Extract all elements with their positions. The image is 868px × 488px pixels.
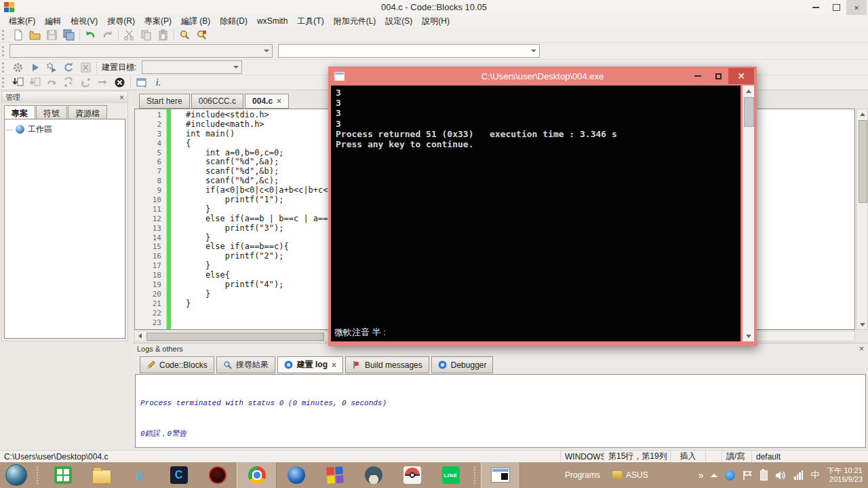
menu-edit[interactable]: 編輯 <box>40 15 66 28</box>
editor-tab-004c[interactable]: 004.c× <box>245 94 289 109</box>
paste-button[interactable] <box>155 28 172 42</box>
stop-debugger-button[interactable] <box>111 75 128 90</box>
asus-toolbar-label[interactable]: ASUS <box>626 470 648 480</box>
scroll-down-icon[interactable] <box>746 335 751 338</box>
menu-project[interactable]: 專案(P) <box>140 15 176 28</box>
code-completion-scope-combobox[interactable] <box>9 44 273 58</box>
logs-close-icon[interactable]: × <box>859 344 864 354</box>
action-center-flag-icon[interactable] <box>743 470 753 481</box>
log-tab-search-results[interactable]: 搜尋結果 <box>216 356 275 373</box>
scroll-down-icon[interactable] <box>860 323 865 326</box>
save-button[interactable] <box>43 28 60 42</box>
save-all-button[interactable] <box>60 28 77 42</box>
next-line-button[interactable] <box>43 75 60 90</box>
run-to-cursor-button[interactable] <box>26 75 43 90</box>
console-scroll-thumb[interactable] <box>744 97 754 127</box>
scroll-up-icon[interactable] <box>860 113 865 116</box>
workspace-tree-item[interactable]: --- 工作區 <box>6 124 123 135</box>
copy-button[interactable] <box>138 28 155 42</box>
menu-file[interactable]: 檔案(F) <box>4 15 40 28</box>
step-out-button[interactable] <box>77 75 94 90</box>
next-instruction-button[interactable] <box>94 75 111 90</box>
toolbar-grip[interactable] <box>2 46 6 56</box>
menu-wxsmith[interactable]: wxSmith <box>252 16 292 26</box>
battery-icon[interactable] <box>760 470 768 481</box>
editor-vertical-scrollbar[interactable] <box>856 109 868 330</box>
new-file-button[interactable] <box>9 28 26 42</box>
console-minimize-button[interactable] <box>688 68 708 84</box>
menu-search[interactable]: 搜尋(R) <box>102 15 140 28</box>
close-button[interactable]: × <box>846 0 867 15</box>
tray-expand-icon[interactable] <box>711 474 717 477</box>
code-completion-function-combobox[interactable] <box>278 44 540 58</box>
editor-tab-006ccc[interactable]: 006CCC.c <box>191 94 243 109</box>
toolbar-overflow-chevron[interactable]: » <box>698 470 704 481</box>
taskbar-active-window-button[interactable] <box>481 462 520 488</box>
taskbar-snorlax-button[interactable] <box>354 462 393 488</box>
open-file-button[interactable] <box>26 28 43 42</box>
taskbar-chrome-button[interactable] <box>237 462 277 488</box>
abort-build-button[interactable] <box>77 60 94 75</box>
tab-close-icon[interactable]: × <box>277 96 281 106</box>
console-output[interactable]: 3 3 3 3 Process returned 51 (0x33) execu… <box>331 86 741 341</box>
taskbar-pokeball-button[interactable] <box>393 462 431 488</box>
toolbar-grip[interactable] <box>2 62 6 73</box>
programs-toolbar-label[interactable]: Programs <box>565 470 600 480</box>
console-close-button[interactable]: ✕ <box>728 68 754 84</box>
hscroll-thumb[interactable] <box>146 333 324 341</box>
menu-help[interactable]: 說明(H) <box>417 15 454 28</box>
undo-button[interactable] <box>82 28 99 42</box>
log-tab-build-log[interactable]: 建置 log × <box>277 356 343 373</box>
console-scrollbar[interactable] <box>743 86 754 341</box>
cut-button[interactable] <box>121 28 138 42</box>
build-and-run-button[interactable] <box>43 60 60 75</box>
minimize-button[interactable] <box>806 0 826 15</box>
console-maximize-button[interactable] <box>708 68 728 84</box>
menu-debug[interactable]: 除錯(D) <box>215 15 252 28</box>
vscroll-thumb[interactable] <box>859 120 867 203</box>
console-titlebar[interactable]: C:\Users\user\Desktop\004.exe ✕ <box>328 67 757 86</box>
menu-settings[interactable]: 設定(S) <box>380 15 417 28</box>
log-tab-debugger[interactable]: Debugger <box>431 356 494 373</box>
management-close-icon[interactable]: × <box>119 93 124 102</box>
taskbar-red-app-button[interactable] <box>198 462 237 488</box>
taskbar-store-button[interactable] <box>43 462 82 488</box>
toolbar-grip[interactable] <box>2 30 6 40</box>
log-tab-build-messages[interactable]: Build messages <box>345 356 429 373</box>
replace-button[interactable] <box>193 28 210 42</box>
editor-tab-start-here[interactable]: Start here <box>139 94 190 109</box>
rebuild-button[interactable] <box>60 60 77 75</box>
run-button[interactable] <box>26 60 43 75</box>
scroll-up-icon[interactable] <box>746 90 751 93</box>
taskbar-file-explorer-button[interactable] <box>82 462 121 488</box>
menu-plugins[interactable]: 附加元件(L) <box>329 15 381 28</box>
taskbar-kmplayer-button[interactable] <box>277 462 315 488</box>
redo-button[interactable] <box>99 28 116 42</box>
taskbar-ccleaner-button[interactable]: C <box>159 462 198 488</box>
scroll-left-icon[interactable] <box>138 333 142 339</box>
log-tab-codeblocks[interactable]: Code::Blocks <box>140 356 214 373</box>
build-target-combobox[interactable] <box>142 60 242 74</box>
taskbar-clock[interactable]: 下午 10:21 2016/9/23 <box>827 466 863 484</box>
network-signal-icon[interactable] <box>794 470 803 480</box>
start-button[interactable] <box>5 464 27 486</box>
taskbar-squares-app-button[interactable] <box>315 462 354 488</box>
menu-view[interactable]: 檢視(V) <box>66 15 102 28</box>
taskbar-internet-explorer-button[interactable]: e <box>121 462 159 488</box>
step-into-button[interactable] <box>60 75 77 90</box>
menu-tools[interactable]: 工具(T) <box>292 15 328 28</box>
tray-blue-app-icon[interactable] <box>725 470 735 481</box>
taskbar-line-button[interactable]: LINE <box>431 462 470 488</box>
debug-continue-button[interactable] <box>9 75 26 90</box>
debugging-windows-button[interactable] <box>133 75 150 90</box>
volume-icon[interactable] <box>775 470 787 481</box>
tab-close-icon[interactable]: × <box>332 360 336 370</box>
find-button[interactable] <box>176 28 193 42</box>
restore-button[interactable] <box>826 0 846 15</box>
console-window[interactable]: C:\Users\user\Desktop\004.exe ✕ 3 3 3 3 … <box>328 67 757 346</box>
debug-info-button[interactable]: i. <box>150 75 167 90</box>
ime-language-indicator[interactable]: 中 <box>810 469 819 481</box>
build-button[interactable] <box>9 60 26 75</box>
menu-build[interactable]: 編譯 (B) <box>176 15 215 28</box>
toolbar-grip[interactable] <box>2 77 6 88</box>
